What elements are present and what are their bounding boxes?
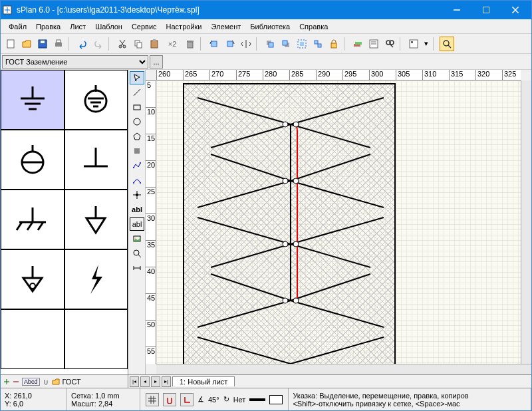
tab-last[interactable]: ▸| bbox=[162, 376, 171, 387]
svg-point-112 bbox=[293, 298, 299, 303]
redo-button[interactable] bbox=[91, 37, 106, 51]
cut-button[interactable] bbox=[115, 37, 130, 51]
flip-h-button[interactable] bbox=[239, 37, 253, 51]
vertical-scrollbar[interactable] bbox=[521, 80, 531, 364]
ungroup-button[interactable] bbox=[311, 37, 325, 51]
menu-edit[interactable]: Правка bbox=[32, 21, 65, 32]
svg-line-95 bbox=[291, 217, 384, 244]
image-tool[interactable] bbox=[130, 232, 144, 245]
paste-button[interactable] bbox=[147, 37, 162, 51]
menu-settings[interactable]: Настройки bbox=[162, 21, 206, 32]
drawing-sheet[interactable] bbox=[183, 83, 396, 364]
svg-line-88 bbox=[211, 124, 291, 148]
save-button[interactable] bbox=[35, 37, 50, 51]
line-tool[interactable] bbox=[130, 86, 144, 99]
textbox-tool[interactable]: abl bbox=[130, 217, 144, 231]
copy-button[interactable] bbox=[131, 37, 146, 51]
tab-next[interactable]: ▸ bbox=[151, 376, 160, 387]
library-footer: Abcd ГОСТ bbox=[1, 374, 128, 388]
rect-tool[interactable] bbox=[130, 100, 144, 114]
symbol-ground-circle[interactable] bbox=[65, 70, 128, 130]
lib-attach-icon[interactable] bbox=[43, 378, 49, 385]
symbol-earth-circle[interactable] bbox=[1, 130, 65, 190]
text-tool[interactable]: abl bbox=[130, 203, 144, 216]
minimize-button[interactable] bbox=[442, 1, 471, 19]
ortho-toggle[interactable] bbox=[180, 393, 194, 406]
statusbar: X: 261,0 Y: 6,0 Сетка: 1,0 mm Масшт: 2,8… bbox=[1, 388, 531, 410]
lib-add-icon[interactable] bbox=[3, 378, 10, 385]
lock-button[interactable] bbox=[327, 37, 341, 51]
front-button[interactable] bbox=[263, 37, 277, 51]
svg-point-111 bbox=[283, 298, 288, 303]
svg-rect-40 bbox=[411, 41, 413, 43]
svg-point-74 bbox=[133, 182, 134, 184]
close-button[interactable] bbox=[501, 1, 530, 19]
svg-rect-20 bbox=[211, 41, 217, 47]
dropdown-button[interactable]: ▾ bbox=[422, 37, 430, 51]
layers-button[interactable] bbox=[350, 37, 365, 51]
drawing-canvas[interactable] bbox=[156, 80, 521, 364]
menu-file[interactable]: Файл bbox=[5, 21, 31, 32]
delete-button[interactable] bbox=[183, 37, 198, 51]
menu-template[interactable]: Шаблон bbox=[91, 21, 126, 32]
find-button[interactable] bbox=[382, 37, 397, 51]
maximize-button[interactable] bbox=[471, 1, 501, 19]
duplicate-button[interactable]: ×2 bbox=[163, 37, 182, 51]
tab-prev[interactable]: ◂ bbox=[140, 376, 150, 387]
symbol-signal-ground[interactable] bbox=[65, 190, 128, 249]
svg-point-106 bbox=[293, 122, 299, 127]
pointer-tool[interactable] bbox=[130, 71, 144, 84]
settings-button[interactable] bbox=[406, 37, 421, 51]
rotate-right-button[interactable] bbox=[223, 37, 237, 51]
symbol-chassis[interactable] bbox=[1, 190, 65, 249]
print-button[interactable] bbox=[51, 37, 66, 51]
menu-service[interactable]: Сервис bbox=[128, 21, 161, 32]
horizontal-scrollbar[interactable] bbox=[156, 364, 531, 374]
svg-line-98 bbox=[211, 274, 291, 301]
lib-remove-icon[interactable] bbox=[13, 378, 19, 385]
freeform-tool[interactable] bbox=[130, 144, 144, 158]
status-scale: Масшт: 2,84 bbox=[71, 400, 136, 408]
menu-help[interactable]: Справка bbox=[295, 21, 332, 32]
properties-button[interactable] bbox=[366, 37, 381, 51]
symbol-empty-1[interactable] bbox=[1, 309, 65, 369]
symbol-lightning[interactable] bbox=[65, 249, 128, 309]
bezier-tool[interactable] bbox=[130, 174, 144, 187]
polyline-tool[interactable] bbox=[130, 159, 144, 172]
svg-line-103 bbox=[291, 337, 384, 364]
svg-rect-15 bbox=[137, 43, 142, 48]
back-button[interactable] bbox=[279, 37, 293, 51]
sheet-tab[interactable]: 1: Новый лист bbox=[172, 376, 235, 386]
menu-element[interactable]: Элемент bbox=[207, 21, 245, 32]
zoom-button[interactable] bbox=[440, 37, 454, 51]
svg-point-108 bbox=[293, 178, 299, 184]
library-browse-button[interactable]: ... bbox=[150, 55, 163, 68]
library-select[interactable]: ГОСТ Заземление bbox=[2, 55, 148, 68]
svg-line-89 bbox=[291, 124, 370, 148]
symbol-empty-2[interactable] bbox=[65, 309, 128, 369]
symbol-chassis-simple[interactable] bbox=[65, 130, 128, 190]
svg-point-78 bbox=[136, 194, 138, 196]
magnify-tool[interactable] bbox=[130, 247, 144, 260]
svg-rect-11 bbox=[57, 40, 61, 43]
svg-rect-4 bbox=[483, 7, 489, 13]
menu-sheet[interactable]: Лист bbox=[66, 21, 90, 32]
undo-button[interactable] bbox=[75, 37, 90, 51]
symbol-ground[interactable] bbox=[1, 70, 65, 130]
rotate-left-button[interactable] bbox=[207, 37, 221, 51]
new-button[interactable] bbox=[3, 37, 18, 51]
measure-tool[interactable] bbox=[130, 261, 144, 275]
menu-library[interactable]: Библиотека bbox=[246, 21, 294, 32]
symbol-arrow-ground[interactable] bbox=[1, 249, 65, 309]
circle-tool[interactable] bbox=[130, 115, 144, 128]
tab-first[interactable]: |◂ bbox=[130, 376, 139, 387]
group-button[interactable] bbox=[295, 37, 309, 51]
open-button[interactable] bbox=[19, 37, 34, 51]
polygon-tool[interactable] bbox=[130, 130, 144, 143]
snap-toggle[interactable] bbox=[163, 393, 176, 406]
grid-toggle[interactable] bbox=[146, 393, 159, 406]
node-tool[interactable] bbox=[130, 188, 144, 202]
line-width-sample[interactable] bbox=[249, 398, 265, 401]
status-x: X: 261,0 bbox=[5, 392, 63, 400]
fill-color-sample[interactable] bbox=[269, 395, 283, 404]
